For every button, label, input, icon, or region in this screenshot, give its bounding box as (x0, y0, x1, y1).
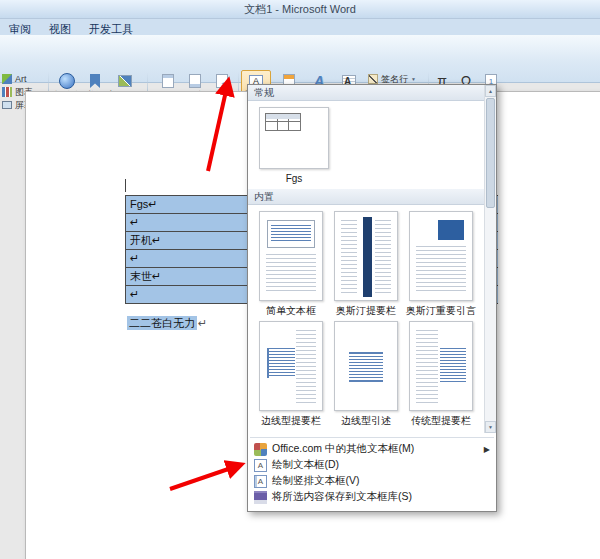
thumb-bar (363, 217, 372, 297)
gallery-item-label: 边线型提要栏 (254, 414, 328, 428)
word-window: 文档1 - Microsoft Word 审阅视图开发工具 Art 图表 屏幕截… (0, 0, 600, 559)
smartart-label: Art (15, 74, 27, 84)
table-cell-text: ↵ (130, 288, 139, 300)
table-cell-text: Fgs↵ (130, 198, 158, 210)
gallery-item-simple-textbox[interactable] (259, 211, 323, 301)
menu-item-label: 将所选内容保存到文本框库(S) (272, 490, 412, 504)
table-cell-text: 开机↵ (130, 234, 161, 246)
gallery-section-builtin: 内置 (248, 189, 484, 205)
table-cell-text: ↵ (130, 216, 139, 228)
gallery-item-austin-quote[interactable] (409, 211, 473, 301)
draw-textbox-icon (254, 459, 267, 472)
menu-item-label: 绘制文本框(D) (272, 458, 339, 472)
gallery-item-traditional-sidebar[interactable] (409, 321, 473, 411)
title-bar: 文档1 - Microsoft Word (0, 0, 600, 19)
gallery-item-label: 简单文本框 (254, 304, 328, 318)
smartart-button[interactable]: Art (2, 73, 27, 85)
table-cell-text: ↵ (130, 252, 139, 264)
menu-divider (250, 437, 494, 438)
paragraph-mark: ↵ (198, 317, 207, 329)
document-paragraph[interactable]: 二二苍白无力↵ (127, 316, 207, 331)
text-cursor (125, 179, 126, 192)
submenu-arrow-icon: ▶ (484, 445, 490, 454)
office-com-icon (254, 443, 267, 456)
thumb-block (438, 220, 464, 240)
scroll-down-icon[interactable]: ▼ (485, 421, 496, 433)
ribbon: Art 图表 屏幕截图 ▼ 超链接 书签 交叉引用 链接 页 (0, 35, 600, 83)
header-icon (162, 74, 174, 88)
scroll-up-icon[interactable]: ▲ (485, 85, 496, 97)
menu-item-more-textboxes[interactable]: Office.com 中的其他文本框(M) ▶ (249, 441, 495, 457)
screenshot-icon (2, 101, 12, 109)
cross-reference-icon (118, 75, 132, 87)
gallery-item-edge-quote[interactable] (334, 321, 398, 411)
menu-item-draw-vertical-textbox[interactable]: 绘制竖排文本框(V) (249, 473, 495, 489)
text-box-gallery-dropdown: 常规 Fgs 内置 简单文本框 奥斯汀提要栏 奥斯汀重要引言 (247, 84, 497, 512)
window-title: 文档1 - Microsoft Word (244, 3, 356, 15)
gallery-scrollbar[interactable]: ▲ ▼ (484, 85, 496, 433)
gallery-item-fgs[interactable] (259, 107, 329, 169)
signature-line-icon (368, 74, 378, 84)
gallery-item-label: 传统型提要栏 (404, 414, 478, 428)
draw-vertical-textbox-icon (254, 475, 267, 488)
mini-table-icon (265, 113, 301, 131)
scrollbar-thumb[interactable] (486, 98, 495, 208)
menu-item-draw-textbox[interactable]: 绘制文本框(D) (249, 457, 495, 473)
table-cell-text: 末世↵ (130, 270, 161, 282)
menu-item-label: 绘制竖排文本框(V) (272, 474, 360, 488)
smartart-icon (2, 74, 12, 84)
caret-down-icon: ▼ (411, 76, 416, 83)
menu-item-save-selection-to-gallery[interactable]: 将所选内容保存到文本框库(S) (249, 489, 495, 505)
gallery-item-edge-sidebar[interactable] (259, 321, 323, 411)
ribbon-tab-row: 审阅视图开发工具 (0, 19, 600, 35)
gallery-item-label: 边线型引述 (329, 414, 403, 428)
gallery-item-austin-sidebar[interactable] (334, 211, 398, 301)
footer-icon (189, 74, 201, 88)
gallery-item-label: 奥斯汀重要引言 (404, 304, 478, 318)
gallery-item-label: Fgs (259, 173, 329, 184)
page-number-icon (216, 74, 228, 88)
thumb-box (267, 220, 315, 248)
save-icon (254, 491, 267, 504)
hyperlink-icon (59, 73, 75, 89)
bookmark-icon (90, 74, 100, 88)
gallery-section-general: 常规 (248, 85, 484, 101)
gallery-item-label: 奥斯汀提要栏 (329, 304, 403, 318)
menu-item-label: Office.com 中的其他文本框(M) (272, 442, 414, 456)
selected-text: 二二苍白无力 (127, 316, 197, 330)
chart-icon (2, 87, 12, 97)
